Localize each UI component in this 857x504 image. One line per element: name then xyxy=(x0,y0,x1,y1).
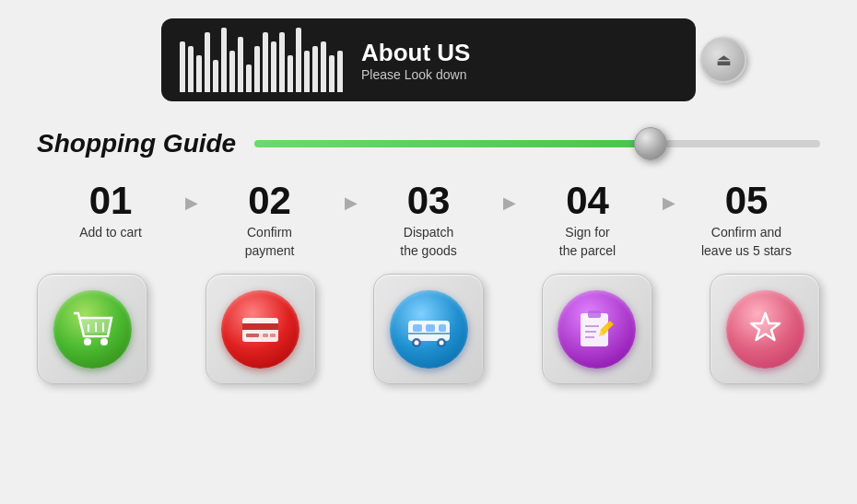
dispatch-icon xyxy=(404,304,454,355)
step-2-label: Confirmpayment xyxy=(245,224,295,260)
svg-rect-13 xyxy=(439,324,446,332)
dispatch-button[interactable] xyxy=(373,274,484,384)
svg-point-15 xyxy=(414,340,418,345)
svg-point-1 xyxy=(100,338,108,346)
shopping-guide-section: Shopping Guide 01 Add to cart ▶ 02 Confi… xyxy=(37,129,820,384)
step-2: 02 Confirmpayment ▶ xyxy=(196,182,344,260)
payment-button[interactable] xyxy=(205,274,316,384)
stars-circle xyxy=(726,290,804,369)
eq-bar xyxy=(213,60,218,92)
eq-bar xyxy=(288,55,293,92)
eject-button[interactable]: ⏏ xyxy=(700,37,746,83)
svg-point-17 xyxy=(439,340,443,345)
eq-bar xyxy=(304,51,310,92)
step-4: 04 Sign forthe parcel ▶ xyxy=(514,182,662,260)
step-4-number: 04 xyxy=(566,182,609,220)
stars-icon xyxy=(740,304,791,355)
eq-bar xyxy=(188,46,194,92)
header-banner: About US Please Look down ⏏ xyxy=(161,18,696,101)
eq-bar xyxy=(238,37,243,92)
svg-rect-20 xyxy=(588,311,601,318)
payment-icon xyxy=(235,304,286,355)
eq-bar xyxy=(263,32,268,92)
svg-rect-11 xyxy=(413,324,422,332)
eq-bar xyxy=(321,41,326,92)
eq-bar xyxy=(337,51,343,92)
svg-rect-9 xyxy=(270,334,276,337)
cart-button[interactable] xyxy=(37,274,147,384)
slider-container[interactable] xyxy=(254,135,820,153)
step-5-number: 05 xyxy=(725,182,769,220)
step-3: 03 Dispatchthe goods ▶ xyxy=(355,182,502,260)
step-1-label: Add to cart xyxy=(79,224,142,242)
icons-row xyxy=(37,274,820,384)
svg-point-0 xyxy=(84,338,91,346)
step-3-label: Dispatchthe goods xyxy=(400,224,457,260)
step-1-number: 01 xyxy=(89,182,133,220)
eq-bar xyxy=(329,55,335,92)
banner-title: About US xyxy=(361,39,470,67)
svg-rect-12 xyxy=(426,324,435,332)
step-2-number: 02 xyxy=(248,182,291,220)
svg-rect-18 xyxy=(408,333,450,334)
step-1: 01 Add to cart ▶ xyxy=(37,182,184,242)
slider-thumb[interactable] xyxy=(634,127,667,160)
sign-button[interactable] xyxy=(542,274,652,384)
cart-circle xyxy=(53,290,132,369)
eq-bar xyxy=(229,51,235,92)
dispatch-circle xyxy=(390,290,468,369)
step-4-label: Sign forthe parcel xyxy=(559,224,616,260)
banner-subtitle: Please Look down xyxy=(361,67,470,82)
eq-bar xyxy=(205,32,210,92)
svg-rect-6 xyxy=(242,323,278,330)
stars-button[interactable] xyxy=(710,274,820,384)
banner-text: About US Please Look down xyxy=(361,39,470,82)
svg-rect-8 xyxy=(263,334,268,337)
cart-icon xyxy=(67,304,118,355)
sign-circle xyxy=(558,290,636,369)
section-header: Shopping Guide xyxy=(37,129,820,158)
payment-circle xyxy=(221,290,299,369)
step-5-label: Confirm andleave us 5 stars xyxy=(701,224,792,260)
sign-icon xyxy=(571,304,622,355)
eq-bar xyxy=(271,41,276,92)
eq-bar xyxy=(180,41,185,92)
slider-track xyxy=(254,140,820,147)
eject-icon: ⏏ xyxy=(716,52,732,68)
eq-bar xyxy=(254,46,260,92)
eq-bar xyxy=(246,64,252,92)
eq-bar xyxy=(221,28,227,92)
eq-bar xyxy=(312,46,318,92)
eq-bar xyxy=(279,32,285,92)
section-title: Shopping Guide xyxy=(37,129,236,158)
eq-bar xyxy=(296,28,301,92)
steps-row: 01 Add to cart ▶ 02 Confirmpayment ▶ 03 … xyxy=(37,182,820,260)
svg-rect-7 xyxy=(246,334,259,337)
step-5: 05 Confirm andleave us 5 stars xyxy=(673,182,820,260)
eq-bar xyxy=(196,55,202,92)
step-3-number: 03 xyxy=(407,182,451,220)
equalizer-visual xyxy=(180,28,343,92)
